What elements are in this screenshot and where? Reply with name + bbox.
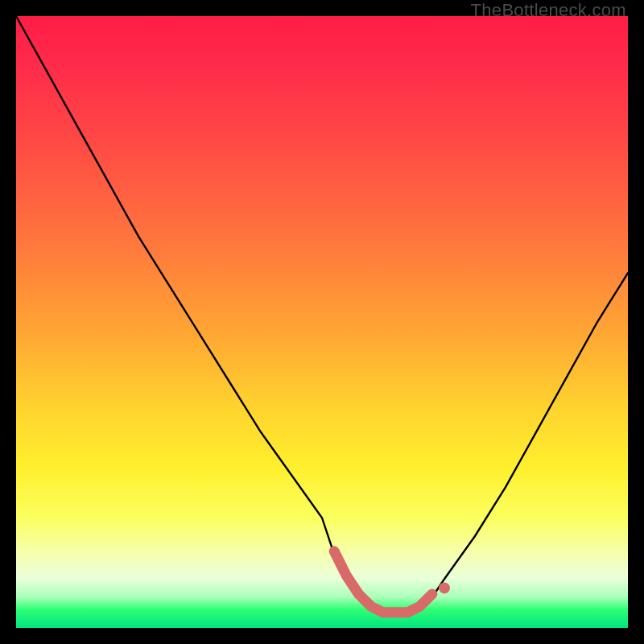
optimal-range-highlight: [334, 551, 432, 613]
bottleneck-curve: [16, 16, 628, 616]
watermark-text: TheBottleneck.com: [471, 0, 626, 21]
chart-frame: TheBottleneck.com: [0, 0, 644, 644]
chart-overlay: [16, 16, 628, 628]
optimal-end-marker: [439, 582, 450, 593]
